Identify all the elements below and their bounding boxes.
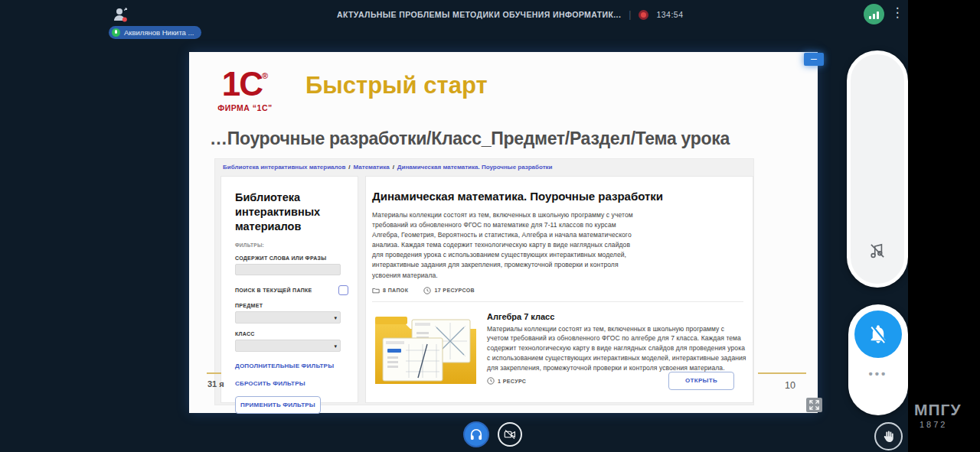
footer-rule-left — [207, 372, 221, 374]
shared-slide: – 1С® ФИРМА “1С” Быстрый старт …Поурочны… — [189, 52, 818, 413]
1c-logo-caption: ФИРМА “1С” — [203, 103, 287, 112]
clock-icon — [423, 287, 431, 294]
fullscreen-icon[interactable] — [806, 398, 822, 412]
notifications-muted-button[interactable] — [854, 311, 902, 358]
apply-filters-button[interactable]: ПРИМЕНИТЬ ФИЛЬТРЫ — [235, 396, 321, 414]
topbar-separator: | — [629, 9, 631, 20]
watermark-year: 1872 — [914, 420, 962, 429]
breadcrumb-separator: / — [393, 164, 394, 171]
record-icon — [639, 10, 648, 20]
meeting-timer: 134:54 — [656, 10, 683, 19]
open-button[interactable]: ОТКРЫТЬ — [668, 372, 734, 390]
audio-output-button[interactable] — [463, 421, 489, 447]
participant-pill[interactable]: Аквилянов Никита ... — [109, 26, 201, 39]
connection-quality-icon[interactable] — [864, 4, 884, 24]
breadcrumb-current: Динамическая математика. Поурочные разра… — [397, 164, 553, 171]
collection-panel: Динамическая математика. Поурочные разра… — [365, 176, 753, 403]
resources-count: 17 РЕСУРСОВ — [434, 288, 475, 293]
more-menu-icon[interactable]: ⋮ — [890, 3, 905, 23]
resources-meta: 17 РЕСУРСОВ — [423, 287, 475, 294]
search-label: СОДЕРЖИТ СЛОВА ИЛИ ФРАЗЫ — [235, 255, 347, 261]
class-select[interactable]: ▾ — [235, 340, 341, 352]
subject-select[interactable]: ▾ — [235, 311, 341, 324]
current-folder-checkbox[interactable] — [338, 285, 348, 295]
bell-off-icon — [867, 324, 889, 345]
current-folder-label: ПОИСК В ТЕКУЩЕЙ ПАПКЕ — [235, 288, 312, 293]
signal-bar — [877, 11, 879, 19]
raise-hand-button[interactable] — [874, 422, 903, 450]
participant-name: Аквилянов Никита ... — [124, 28, 194, 37]
camera-off-button[interactable] — [498, 422, 522, 447]
breadcrumb-link-subject[interactable]: Математика — [354, 164, 390, 171]
signal-bar — [873, 14, 875, 19]
library-title: Библиотека интерактивных материалов — [235, 190, 347, 234]
course-card-description: Материалы коллекции состоят из тем, вклю… — [487, 324, 747, 373]
collection-title: Динамическая математика. Поурочные разра… — [372, 189, 694, 204]
watermark-title: МПГУ — [914, 401, 962, 419]
front-window — [383, 338, 443, 381]
extra-filters-link[interactable]: ДОПОЛНИТЕЛЬНЫЕ ФИЛЬТРЫ — [235, 363, 347, 369]
footer-rule-right — [758, 372, 806, 374]
slide-heading: …Поурочные разработки/Класс_Предмет/Разд… — [210, 128, 803, 149]
collection-meta: 8 ПАПОК 17 РЕСУРСОВ — [372, 287, 742, 294]
folders-count: 8 ПАПОК — [383, 288, 408, 293]
reset-filters-link[interactable]: СБРОСИТЬ ФИЛЬТРЫ — [235, 380, 347, 387]
library-webpage: Библиотека интерактивных материалов / Ма… — [214, 158, 754, 405]
collection-description: Материалы коллекции состоят из тем, вклю… — [372, 210, 636, 281]
mic-on-icon — [112, 28, 120, 37]
registered-mark: ® — [262, 71, 268, 80]
participant-tile — [847, 50, 908, 288]
course-card-title[interactable]: Алгебра 7 класс — [487, 312, 742, 321]
meeting-title: АКТУАЛЬНЫЕ ПРОБЛЕМЫ МЕТОДИКИ ОБУЧЕНИЯ ИН… — [337, 10, 621, 19]
music-off-icon — [867, 241, 887, 264]
1c-logo-text: 1С® — [203, 67, 287, 101]
presenter-icon — [112, 5, 130, 24]
clock-icon — [487, 377, 495, 385]
meeting-window: МПГУ 1872 АКТУАЛЬНЫЕ ПРОБЛЕМЫ МЕТОДИКИ О… — [0, 0, 980, 452]
breadcrumb-link-library[interactable]: Библиотека интерактивных материалов — [223, 164, 345, 171]
subject-label: ПРЕДМЕТ — [235, 303, 347, 308]
minimize-button[interactable]: – — [804, 53, 824, 66]
signal-bar — [869, 16, 871, 19]
folders-meta: 8 ПАПОК — [372, 287, 408, 294]
class-label: КЛАСС — [235, 331, 347, 337]
breadcrumb-separator: / — [348, 164, 350, 171]
hand-icon — [881, 429, 896, 444]
footer-note: 31 я — [207, 379, 224, 389]
headphones-icon — [469, 427, 484, 442]
slide-title: Быстрый старт — [305, 72, 488, 99]
chevron-down-icon: ▾ — [334, 315, 337, 321]
meeting-topbar: АКТУАЛЬНЫЕ ПРОБЛЕМЫ МЕТОДИКИ ОБУЧЕНИЯ ИН… — [337, 6, 684, 23]
folder-thumbnail[interactable] — [372, 311, 479, 390]
course-resources-count: 1 РЕСУРС — [498, 379, 526, 384]
filters-sidebar: Библиотека интерактивных материалов ФИЛЬ… — [220, 176, 358, 403]
more-options-icon[interactable]: ••• — [848, 367, 908, 380]
filters-label: ФИЛЬТРЫ: — [235, 242, 347, 248]
watermark: МПГУ 1872 — [914, 401, 962, 429]
notification-panel: ••• — [848, 304, 908, 415]
page-number: 10 — [785, 380, 795, 391]
search-input[interactable] — [235, 264, 341, 275]
divider — [372, 301, 743, 302]
camera-off-icon — [503, 428, 517, 441]
course-card: Алгебра 7 класс Материалы коллекции сост… — [372, 306, 742, 396]
breadcrumb: Библиотека интерактивных материалов / Ма… — [215, 159, 753, 174]
folder-icon — [372, 287, 380, 294]
chevron-down-icon: ▾ — [334, 343, 337, 350]
1c-logo: 1С® ФИРМА “1С” — [203, 67, 287, 112]
right-letterbox: МПГУ 1872 — [908, 0, 980, 452]
